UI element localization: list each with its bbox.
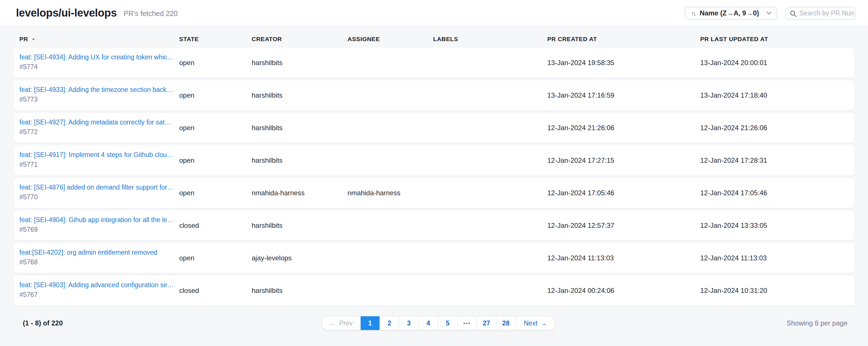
arrow-right-icon: → — [540, 319, 547, 327]
pr-title-link[interactable]: feat: [SEI-4876] added on demand filter … — [20, 183, 175, 192]
pr-number: #5774 — [20, 62, 179, 71]
pagination-page-4[interactable]: 4 — [419, 316, 438, 330]
pagination-page-3[interactable]: 3 — [400, 316, 419, 330]
pr-state: open — [179, 254, 252, 262]
pr-fetched-count: PR's fetched 220 — [124, 10, 178, 18]
pagination-page-28[interactable]: 28 — [496, 316, 516, 330]
arrow-left-icon: ← — [330, 319, 336, 327]
table-row[interactable]: feat: [SEI-4876] added on demand filter … — [14, 178, 854, 208]
pr-number: #5767 — [20, 290, 179, 299]
pagination-page-1[interactable]: 1 — [361, 316, 380, 330]
column-header-pr[interactable]: PR ▼ — [20, 35, 179, 42]
table-row[interactable]: feat: [SEI-4927]: Adding metadata correc… — [14, 113, 854, 143]
table-row[interactable]: feat: [SEI-4933]: Adding the timezone se… — [14, 81, 854, 110]
pr-created-at: 12-Jan-2024 21:26:06 — [547, 124, 700, 132]
pr-title-link[interactable]: feat: [SEI-4904]: Gihub app integration … — [20, 215, 175, 224]
pr-creator: harshilbits — [252, 287, 347, 295]
pr-updated-at: 12-Jan-2024 13:33:05 — [700, 222, 854, 230]
pr-created-at: 12-Jan-2024 11:13:03 — [547, 254, 700, 262]
pr-title-link[interactable]: feat: [SEI-4917]: Implement 4 steps for … — [20, 150, 175, 159]
pr-state: open — [179, 91, 252, 99]
pr-creator: nmahida-harness — [252, 189, 347, 197]
table-row[interactable]: feat:[SEI-4202]: org admin entitlement r… — [14, 243, 854, 273]
search-box — [785, 6, 856, 20]
pr-updated-at: 13-Jan-2024 17:18:40 — [700, 91, 854, 99]
pr-updated-at: 12-Jan-2024 21:26:06 — [700, 124, 854, 132]
pr-list-page: levelops/ui-levelops PR's fetched 220 ↑↓… — [0, 0, 868, 346]
search-input[interactable] — [800, 10, 854, 17]
search-icon — [790, 10, 797, 17]
pr-state: open — [179, 189, 252, 197]
table-footer: (1 - 8) of 220 ← Prev 1 2 3 4 5 ••• 27 2… — [14, 316, 854, 330]
pr-creator: harshilbits — [252, 59, 347, 67]
pagination-prev-button[interactable]: ← Prev — [322, 316, 361, 330]
pr-created-at: 13-Jan-2024 17:16:59 — [547, 91, 700, 99]
pagination-ellipsis[interactable]: ••• — [458, 316, 477, 330]
column-header-labels: LABELS — [433, 35, 547, 42]
pr-title-link[interactable]: feat:[SEI-4202]: org admin entitlement r… — [20, 248, 175, 257]
pr-state: closed — [179, 222, 252, 230]
pr-number: #5773 — [20, 95, 179, 104]
pr-updated-at: 12-Jan-2024 10:31:20 — [700, 287, 854, 295]
pr-creator: harshilbits — [252, 124, 347, 132]
pr-state: open — [179, 124, 252, 132]
pr-title-link[interactable]: feat: [SEI-4934]: Adding UX for creating… — [20, 53, 175, 62]
pr-created-at: 13-Jan-2024 19:58:35 — [547, 59, 700, 67]
column-header-created-at: PR CREATED AT — [547, 35, 700, 42]
app-header: levelops/ui-levelops PR's fetched 220 ↑↓… — [0, 0, 868, 26]
pr-assignee: nmahida-harness — [347, 189, 433, 197]
table-row[interactable]: feat: [SEI-4934]: Adding UX for creating… — [14, 48, 854, 78]
pr-updated-at: 12-Jan-2024 17:05:46 — [700, 189, 854, 197]
pr-table: PR ▼ STATE CREATOR ASSIGNEE LABELS PR CR… — [0, 35, 868, 330]
pr-created-at: 12-Jan-2024 17:05:46 — [547, 189, 700, 197]
sort-dropdown[interactable]: ↑↓ Name (Z→A, 9→0) — [685, 6, 777, 20]
pr-created-at: 12-Jan-2024 00:24:06 — [547, 287, 700, 295]
pr-state: closed — [179, 287, 252, 295]
sort-label: Name (Z→A, 9→0) — [700, 9, 759, 17]
pr-state: open — [179, 59, 252, 67]
column-header-updated-at: PR LAST UPDATED AT — [700, 35, 854, 42]
pr-title-link[interactable]: feat: [SEI-4927]: Adding metadata correc… — [20, 118, 175, 127]
column-header-assignee: ASSIGNEE — [347, 35, 433, 42]
pr-updated-at: 12-Jan-2024 11:13:03 — [700, 254, 854, 262]
pr-number: #5769 — [20, 225, 179, 234]
results-range: (1 - 8) of 220 — [23, 319, 148, 327]
pagination: ← Prev 1 2 3 4 5 ••• 27 28 Next → — [321, 316, 556, 330]
table-header-row: PR ▼ STATE CREATOR ASSIGNEE LABELS PR CR… — [14, 35, 854, 42]
table-row[interactable]: feat: [SEI-4917]: Implement 4 steps for … — [14, 146, 854, 175]
column-header-state: STATE — [179, 35, 252, 42]
chevron-down-icon — [767, 11, 772, 15]
table-row[interactable]: feat: [SEI-4904]: Gihub app integration … — [14, 211, 854, 240]
pr-number: #5770 — [20, 193, 179, 202]
pr-created-at: 12-Jan-2024 12:57:37 — [547, 222, 700, 230]
pr-number: #5771 — [20, 160, 179, 169]
pr-created-at: 12-Jan-2024 17:27:15 — [547, 156, 700, 165]
pr-number: #5772 — [20, 127, 179, 137]
page-title: levelops/ui-levelops — [16, 7, 117, 20]
pr-creator: harshilbits — [252, 222, 347, 230]
pr-creator: ajay-levelops — [252, 254, 347, 262]
per-page-label: Showing 8 per page — [729, 319, 854, 327]
pr-title-link[interactable]: feat: [SEI-4933]: Adding the timezone se… — [20, 85, 175, 94]
pr-updated-at: 12-Jan-2024 17:28:31 — [700, 156, 854, 165]
pr-updated-at: 13-Jan-2024 20:00:01 — [700, 59, 854, 67]
sort-caret-icon: ▼ — [31, 37, 35, 40]
sort-direction-icon: ↑↓ — [691, 10, 695, 17]
pagination-page-2[interactable]: 2 — [380, 316, 400, 330]
pr-number: #5768 — [20, 258, 179, 267]
pagination-next-button[interactable]: Next → — [516, 316, 555, 330]
pr-creator: harshilbits — [252, 156, 347, 165]
table-row[interactable]: feat: [SEI-4903]: Adding advanced config… — [14, 276, 854, 306]
column-header-creator: CREATOR — [252, 35, 347, 42]
pr-state: open — [179, 156, 252, 165]
pagination-page-27[interactable]: 27 — [477, 316, 496, 330]
pr-title-link[interactable]: feat: [SEI-4903]: Adding advanced config… — [20, 280, 175, 289]
pr-creator: harshilbits — [252, 91, 347, 99]
pagination-page-5[interactable]: 5 — [438, 316, 458, 330]
